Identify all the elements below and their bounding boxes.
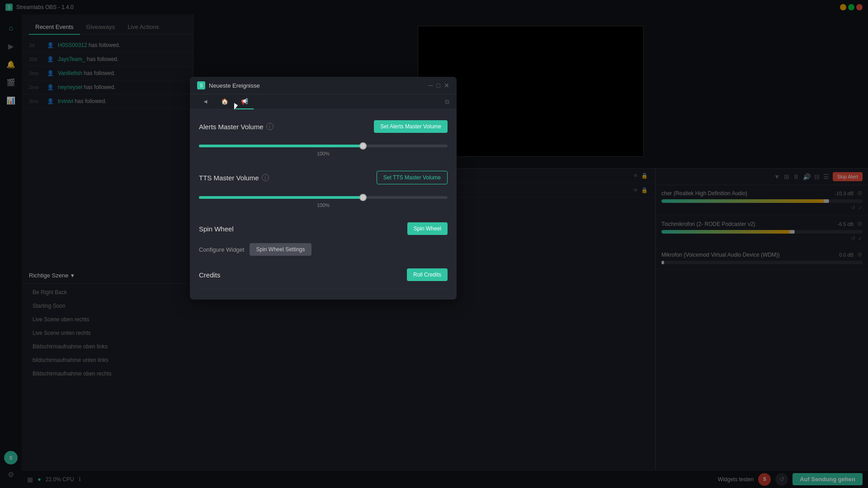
modal-title: Neueste Ereignisse: [209, 82, 260, 89]
modal-maximize-icon[interactable]: □: [437, 82, 440, 89]
slider-fill: [199, 145, 363, 147]
set-tts-volume-button[interactable]: Set TTS Master Volume: [377, 171, 448, 184]
spin-wheel-settings-button[interactable]: Spin Wheel Settings: [250, 243, 311, 256]
slider-value: 100%: [199, 202, 448, 208]
modal-controls: ─ □ ✕: [429, 82, 449, 89]
tts-volume-header: TTS Master Volume i Set TTS Master Volum…: [199, 171, 448, 184]
info-circle-icon: i: [262, 174, 269, 181]
modal-titlebar: S Neueste Ereignisse ─ □ ✕: [190, 77, 457, 94]
modal-tab-nav[interactable]: ◄: [197, 94, 214, 109]
alerts-volume-section: Alerts Master Volume i Set Alerts Master…: [199, 120, 448, 158]
modal-title-left: S Neueste Ereignisse: [197, 81, 260, 89]
slider-track: [199, 145, 448, 147]
modal-tabs-container: ◄ 🏠 📢 ⧉: [190, 94, 457, 109]
slider-thumb[interactable]: [359, 142, 367, 150]
modal: S Neueste Ereignisse ─ □ ✕ ◄ 🏠 📢 ⧉ Alert…: [190, 77, 457, 300]
spin-wheel-section: Spin Wheel Spin Wheel Configure Widget S…: [199, 222, 448, 256]
tts-volume-section: TTS Master Volume i Set TTS Master Volum…: [199, 171, 448, 210]
credits-section: Credits Roll Credits: [199, 268, 448, 289]
set-alerts-volume-button[interactable]: Set Alerts Master Volume: [374, 120, 448, 133]
slider-value: 100%: [199, 151, 448, 156]
slider-track: [199, 196, 448, 199]
tts-volume-slider: 100%: [199, 191, 448, 210]
slider-fill: [199, 196, 363, 199]
alerts-volume-header: Alerts Master Volume i Set Alerts Master…: [199, 120, 448, 133]
modal-logo: S: [197, 81, 205, 89]
alerts-volume-title: Alerts Master Volume i: [199, 123, 274, 131]
spin-wheel-header: Spin Wheel Spin Wheel: [199, 222, 448, 235]
configure-widget-label: Configure Widget: [199, 246, 244, 253]
copy-icon[interactable]: ⧉: [445, 98, 449, 106]
tts-volume-title: TTS Master Volume i: [199, 174, 269, 182]
credits-title: Credits: [199, 271, 221, 279]
roll-credits-button[interactable]: Roll Credits: [407, 268, 448, 281]
alerts-volume-slider: 100%: [199, 139, 448, 158]
spin-wheel-button[interactable]: Spin Wheel: [407, 222, 448, 235]
modal-minimize-icon[interactable]: ─: [429, 82, 433, 89]
spin-wheel-title: Spin Wheel: [199, 225, 234, 233]
slider-thumb[interactable]: [359, 194, 367, 201]
info-circle-icon: i: [266, 123, 274, 130]
modal-tab-alerts[interactable]: 📢: [236, 94, 254, 109]
modal-tab-home[interactable]: 🏠: [216, 94, 234, 109]
modal-tabs: ◄ 🏠 📢: [190, 94, 457, 109]
modal-close-icon[interactable]: ✕: [444, 82, 449, 89]
configure-widget-row: Configure Widget Spin Wheel Settings: [199, 243, 448, 256]
modal-content: Alerts Master Volume i Set Alerts Master…: [190, 109, 457, 300]
